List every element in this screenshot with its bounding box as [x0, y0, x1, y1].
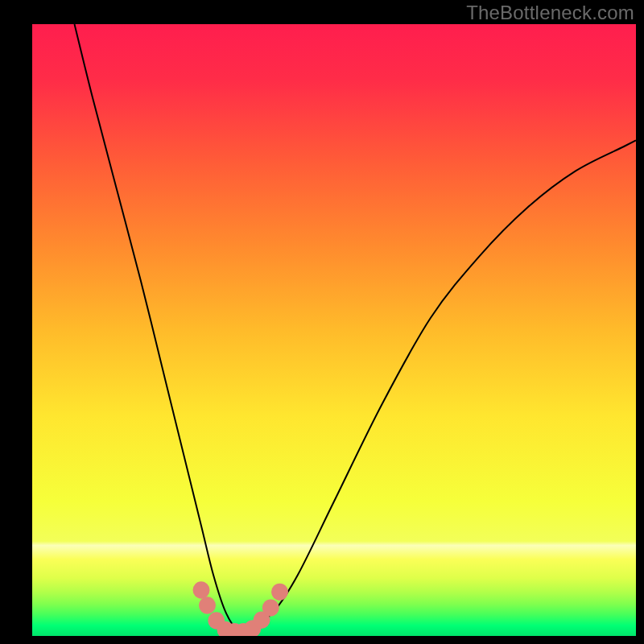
bottleneck-curve — [75, 24, 637, 632]
highlight-dots — [193, 581, 288, 636]
highlight-dot — [193, 581, 210, 598]
chart-frame: TheBottleneck.com — [0, 0, 644, 644]
watermark-text: TheBottleneck.com — [466, 2, 634, 24]
plot-area — [32, 24, 636, 636]
highlight-dot — [262, 599, 279, 616]
highlight-dot — [199, 597, 216, 613]
highlight-dot — [271, 584, 288, 601]
chart-svg — [32, 24, 636, 636]
